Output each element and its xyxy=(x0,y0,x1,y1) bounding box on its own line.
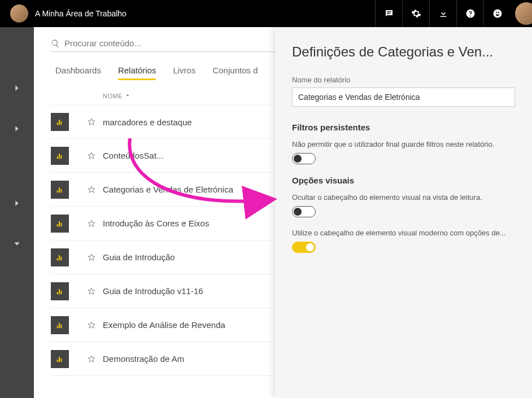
visual-modern-header-label: Utilize o cabeçalho de elemento visual m… xyxy=(292,229,515,237)
report-type-icon xyxy=(51,181,69,199)
panel-title: Definições de Categorias e Ven... xyxy=(292,44,515,60)
feedback-button[interactable] xyxy=(375,0,402,27)
rail-item-4[interactable] xyxy=(0,234,34,254)
star-icon xyxy=(87,151,96,160)
favorite-star[interactable] xyxy=(80,355,103,364)
chevron-right-icon xyxy=(12,199,21,208)
settings-button[interactable] xyxy=(402,0,429,27)
favorite-star[interactable] xyxy=(80,185,103,194)
tab-reports[interactable]: Relatórios xyxy=(118,65,156,80)
tab-datasets[interactable]: Conjuntos d xyxy=(212,65,258,80)
bar-chart-icon xyxy=(55,185,64,194)
sort-asc-icon xyxy=(125,93,130,99)
report-name: ConteúdosSat... xyxy=(103,151,164,160)
report-type-icon xyxy=(51,147,69,165)
star-icon xyxy=(87,185,96,194)
help-button[interactable] xyxy=(456,0,483,27)
star-icon xyxy=(87,219,96,228)
avatar-small[interactable] xyxy=(10,5,28,23)
report-name-input[interactable] xyxy=(292,88,515,107)
nav-rail xyxy=(0,27,34,398)
report-type-icon xyxy=(51,350,69,368)
favorite-star[interactable] xyxy=(80,287,103,296)
favorite-star[interactable] xyxy=(80,151,103,160)
report-name: Guia de Introdução v11-16 xyxy=(103,286,203,296)
bar-chart-icon xyxy=(55,355,64,364)
visual-hide-header-label: Ocultar o cabeçalho do elemento visual n… xyxy=(292,193,515,202)
report-name: Demonstração de Am xyxy=(103,354,184,364)
report-type-icon xyxy=(51,316,69,334)
chat-icon xyxy=(384,8,394,19)
report-type-icon xyxy=(51,215,69,233)
rail-item-1[interactable] xyxy=(0,78,34,98)
section-visual: Opções visuais xyxy=(292,176,515,185)
star-icon xyxy=(87,355,96,364)
bar-chart-icon xyxy=(55,287,64,296)
chevron-right-icon xyxy=(12,84,21,93)
star-icon xyxy=(87,117,96,126)
workspace-title: A Minha Área de Trabalho xyxy=(35,9,127,18)
chevron-right-icon xyxy=(12,124,21,133)
bar-chart-icon xyxy=(55,151,64,160)
report-type-icon xyxy=(51,113,69,131)
download-icon xyxy=(438,8,448,19)
report-name: Guia de Introdução xyxy=(103,252,175,262)
toggle-hide-header[interactable] xyxy=(292,206,316,217)
report-name: marcadores e destaque xyxy=(103,117,192,127)
tab-dashboards[interactable]: Dashboards xyxy=(55,65,101,80)
bar-chart-icon xyxy=(55,321,64,330)
chevron-down-icon xyxy=(12,239,21,248)
rail-item-2[interactable] xyxy=(0,119,34,139)
gear-icon xyxy=(411,8,421,19)
tab-books[interactable]: Livros xyxy=(173,65,195,80)
star-icon xyxy=(87,253,96,262)
favorite-star[interactable] xyxy=(80,321,103,330)
smile-icon xyxy=(492,8,503,19)
search-icon xyxy=(51,39,60,48)
report-type-icon xyxy=(51,282,69,300)
settings-panel: Definições de Categorias e Ven... Nome d… xyxy=(275,27,532,398)
report-name-label: Nome do relatório xyxy=(292,76,515,84)
topbar-actions xyxy=(375,0,532,27)
help-icon xyxy=(465,8,476,19)
bar-chart-icon xyxy=(55,253,64,262)
column-name-label: NOME xyxy=(103,93,123,99)
star-icon xyxy=(87,287,96,296)
toggle-prevent-filters[interactable] xyxy=(292,153,316,164)
favorite-star[interactable] xyxy=(80,219,103,228)
toggle-modern-header[interactable] xyxy=(292,242,316,253)
section-filters: Filtros persistentes xyxy=(292,123,515,132)
star-icon xyxy=(87,321,96,330)
filter-setting-label: Não permitir que o utilizador final guar… xyxy=(292,140,515,148)
report-name: Categorias e Vendas de Eletrónica xyxy=(103,185,233,194)
top-bar: A Minha Área de Trabalho xyxy=(0,0,532,27)
download-button[interactable] xyxy=(429,0,456,27)
avatar[interactable] xyxy=(515,2,532,25)
bar-chart-icon xyxy=(55,219,64,228)
report-name: Exemplo de Análise de Revenda xyxy=(103,320,225,330)
rail-item-3[interactable] xyxy=(0,193,34,213)
report-name: Introdução às Cores e Eixos xyxy=(103,218,209,228)
smile-button[interactable] xyxy=(483,0,511,27)
favorite-star[interactable] xyxy=(80,253,103,262)
favorite-star[interactable] xyxy=(80,117,103,126)
report-type-icon xyxy=(51,248,69,266)
bar-chart-icon xyxy=(55,117,64,126)
